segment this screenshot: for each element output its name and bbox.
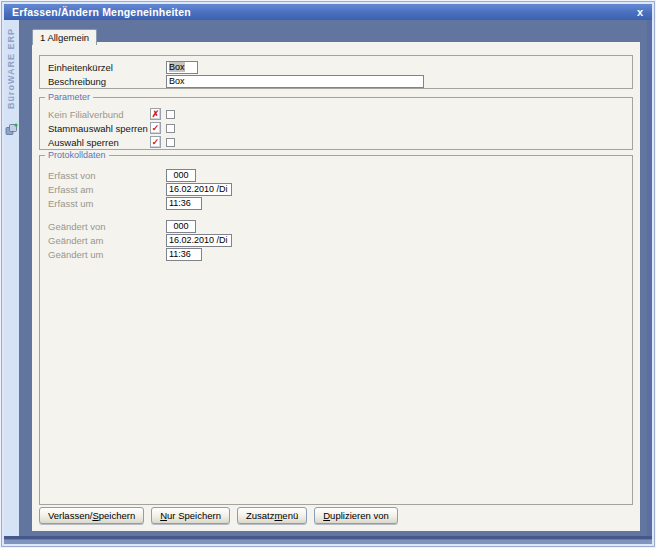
kein-filialverbund-checkbox[interactable] — [166, 110, 175, 119]
geaendert-von-label: Geändert von — [48, 221, 166, 232]
stammauswahl-sperren-checkbox[interactable] — [166, 124, 175, 133]
einheitenkuerzel-input[interactable]: Box — [166, 61, 198, 74]
window-frame-bottom — [4, 536, 652, 544]
protokoll-row: Erfasst am 16.02.2010 /Di — [40, 182, 632, 196]
nur-speichern-button[interactable]: Nur Speichern — [151, 507, 230, 524]
protokolldaten-legend: Protokolldaten — [45, 150, 109, 161]
kein-filialverbund-label: Kein Filialverbund — [48, 109, 150, 120]
form-panel: Einheitenkürzel Box Beschreibung Box Par… — [32, 42, 640, 531]
window: Erfassen/Ändern Mengeneinheiten x BüroWA… — [1, 1, 655, 547]
erfasst-um-label: Erfasst um — [48, 198, 166, 209]
tab-row: 1 Allgemein — [32, 26, 640, 42]
protokoll-row: Erfasst von 000 — [40, 168, 632, 182]
beschreibung-input[interactable]: Box — [166, 75, 424, 88]
geaendert-am-label: Geändert am — [48, 235, 166, 246]
geaendert-am-input[interactable]: 16.02.2010 /Di — [166, 234, 232, 247]
selected-text: Box — [169, 62, 185, 72]
content-area: 1 Allgemein Einheitenkürzel Box Beschrei… — [19, 20, 652, 536]
linked-windows-icon[interactable] — [5, 122, 18, 135]
stammauswahl-sperren-label: Stammauswahl sperren — [48, 123, 150, 134]
field-row: Beschreibung Box — [40, 74, 632, 88]
button-row: Verlassen/Speichern Nur Speichern Zusatz… — [39, 507, 633, 527]
protokoll-row: Erfasst um 11:36 — [40, 196, 632, 210]
param-row: Auswahl sperren ✓ — [40, 135, 632, 149]
close-icon[interactable]: x — [637, 5, 652, 19]
verlassen-speichern-button[interactable]: Verlassen/Speichern — [39, 507, 144, 524]
group-general: Einheitenkürzel Box Beschreibung Box — [39, 55, 633, 89]
auswahl-sperren-label: Auswahl sperren — [48, 137, 150, 148]
red-check-icon[interactable]: ✓ — [150, 122, 161, 134]
group-protokolldaten: Protokolldaten Erfasst von 000 Erfasst a… — [39, 155, 633, 505]
field-row: Einheitenkürzel Box — [40, 60, 632, 74]
erfasst-von-label: Erfasst von — [48, 170, 166, 181]
group-parameter: Parameter Kein Filialverbund ✗ Stammausw… — [39, 97, 633, 150]
protokoll-row: Geändert um 11:36 — [40, 247, 632, 261]
window-title: Erfassen/Ändern Mengeneinheiten — [4, 6, 191, 18]
protokoll-row: Geändert von 000 — [40, 219, 632, 233]
erfasst-um-input[interactable]: 11:36 — [166, 197, 202, 210]
param-row: Kein Filialverbund ✗ — [40, 107, 632, 121]
geaendert-von-input[interactable]: 000 — [166, 220, 196, 233]
beschreibung-label: Beschreibung — [48, 76, 166, 87]
protokoll-row: Geändert am 16.02.2010 /Di — [40, 233, 632, 247]
parameter-legend: Parameter — [45, 92, 93, 103]
duplizieren-von-button[interactable]: Duplizieren von — [314, 507, 398, 524]
erfasst-am-label: Erfasst am — [48, 184, 166, 195]
geaendert-um-input[interactable]: 11:36 — [166, 248, 202, 261]
zusatzmenu-button[interactable]: Zusatzmenü — [237, 507, 307, 524]
red-check-icon[interactable]: ✓ — [150, 136, 161, 148]
sidebar: BüroWARE ERP — [4, 20, 19, 536]
tab-allgemein[interactable]: 1 Allgemein — [32, 29, 97, 45]
einheitenkuerzel-label: Einheitenkürzel — [48, 62, 166, 73]
brand-vertical-text: BüroWARE ERP — [6, 28, 16, 109]
param-row: Stammauswahl sperren ✓ — [40, 121, 632, 135]
erfasst-von-input[interactable]: 000 — [166, 169, 196, 182]
red-x-icon[interactable]: ✗ — [150, 108, 161, 120]
geaendert-um-label: Geändert um — [48, 249, 166, 260]
auswahl-sperren-checkbox[interactable] — [166, 138, 175, 147]
erfasst-am-input[interactable]: 16.02.2010 /Di — [166, 183, 232, 196]
title-bar: Erfassen/Ändern Mengeneinheiten x — [4, 4, 652, 20]
